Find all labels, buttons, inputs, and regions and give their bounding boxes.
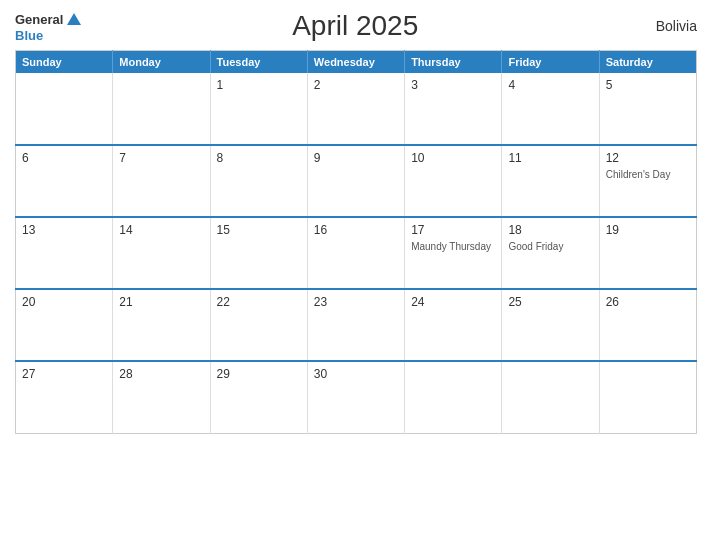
- calendar-cell: 9: [307, 145, 404, 217]
- logo: General Blue: [15, 11, 83, 42]
- day-number: 16: [314, 223, 398, 237]
- calendar-cell: 2: [307, 73, 404, 145]
- logo-icon: [65, 11, 83, 29]
- calendar-cell: [502, 361, 599, 433]
- week-row-4: 27282930: [16, 361, 697, 433]
- calendar-cell: 7: [113, 145, 210, 217]
- day-number: 17: [411, 223, 495, 237]
- calendar-cell: 19: [599, 217, 696, 289]
- header-saturday: Saturday: [599, 51, 696, 74]
- calendar-cell: 30: [307, 361, 404, 433]
- day-number: 7: [119, 151, 203, 165]
- day-number: 20: [22, 295, 106, 309]
- calendar-cell: 18Good Friday: [502, 217, 599, 289]
- calendar-cell: 12Children's Day: [599, 145, 696, 217]
- day-number: 10: [411, 151, 495, 165]
- day-number: 4: [508, 78, 592, 92]
- calendar-cell: 20: [16, 289, 113, 361]
- calendar-cell: 28: [113, 361, 210, 433]
- day-number: 25: [508, 295, 592, 309]
- calendar-cell: 15: [210, 217, 307, 289]
- day-number: 6: [22, 151, 106, 165]
- calendar-cell: 8: [210, 145, 307, 217]
- svg-marker-0: [67, 13, 81, 25]
- day-number: 9: [314, 151, 398, 165]
- day-number: 18: [508, 223, 592, 237]
- header-friday: Friday: [502, 51, 599, 74]
- calendar-table: Sunday Monday Tuesday Wednesday Thursday…: [15, 50, 697, 434]
- day-number: 14: [119, 223, 203, 237]
- day-number: 1: [217, 78, 301, 92]
- calendar-cell: 25: [502, 289, 599, 361]
- day-number: 27: [22, 367, 106, 381]
- calendar-cell: 23: [307, 289, 404, 361]
- calendar-cell: 14: [113, 217, 210, 289]
- calendar-cell: [405, 361, 502, 433]
- day-number: 12: [606, 151, 690, 165]
- header-monday: Monday: [113, 51, 210, 74]
- week-row-0: 12345: [16, 73, 697, 145]
- country-label: Bolivia: [627, 18, 697, 34]
- day-number: 19: [606, 223, 690, 237]
- header-thursday: Thursday: [405, 51, 502, 74]
- calendar-cell: 1: [210, 73, 307, 145]
- calendar-cell: 27: [16, 361, 113, 433]
- calendar-cell: 4: [502, 73, 599, 145]
- holiday-label: Good Friday: [508, 240, 592, 253]
- header-wednesday: Wednesday: [307, 51, 404, 74]
- day-number: 21: [119, 295, 203, 309]
- header: General Blue April 2025 Bolivia: [15, 10, 697, 42]
- day-number: 13: [22, 223, 106, 237]
- day-number: 30: [314, 367, 398, 381]
- calendar-page: General Blue April 2025 Bolivia Sunday M…: [0, 0, 712, 550]
- calendar-cell: 5: [599, 73, 696, 145]
- day-number: 29: [217, 367, 301, 381]
- day-number: 26: [606, 295, 690, 309]
- holiday-label: Children's Day: [606, 168, 690, 181]
- calendar-cell: 6: [16, 145, 113, 217]
- day-number: 5: [606, 78, 690, 92]
- calendar-cell: [599, 361, 696, 433]
- calendar-cell: 21: [113, 289, 210, 361]
- day-number: 24: [411, 295, 495, 309]
- day-number: 15: [217, 223, 301, 237]
- day-number: 22: [217, 295, 301, 309]
- calendar-cell: [16, 73, 113, 145]
- week-row-1: 6789101112Children's Day: [16, 145, 697, 217]
- calendar-cell: 3: [405, 73, 502, 145]
- logo-blue-text: Blue: [15, 29, 43, 42]
- calendar-cell: [113, 73, 210, 145]
- calendar-cell: 16: [307, 217, 404, 289]
- calendar-cell: 13: [16, 217, 113, 289]
- weekday-header-row: Sunday Monday Tuesday Wednesday Thursday…: [16, 51, 697, 74]
- day-number: 23: [314, 295, 398, 309]
- holiday-label: Maundy Thursday: [411, 240, 495, 253]
- header-sunday: Sunday: [16, 51, 113, 74]
- calendar-cell: 26: [599, 289, 696, 361]
- calendar-cell: 11: [502, 145, 599, 217]
- week-row-2: 1314151617Maundy Thursday18Good Friday19: [16, 217, 697, 289]
- day-number: 28: [119, 367, 203, 381]
- calendar-cell: 17Maundy Thursday: [405, 217, 502, 289]
- calendar-cell: 22: [210, 289, 307, 361]
- calendar-cell: 29: [210, 361, 307, 433]
- logo-general-text: General: [15, 13, 63, 26]
- day-number: 11: [508, 151, 592, 165]
- header-tuesday: Tuesday: [210, 51, 307, 74]
- calendar-title: April 2025: [83, 10, 627, 42]
- calendar-cell: 10: [405, 145, 502, 217]
- week-row-3: 20212223242526: [16, 289, 697, 361]
- calendar-cell: 24: [405, 289, 502, 361]
- day-number: 8: [217, 151, 301, 165]
- day-number: 3: [411, 78, 495, 92]
- day-number: 2: [314, 78, 398, 92]
